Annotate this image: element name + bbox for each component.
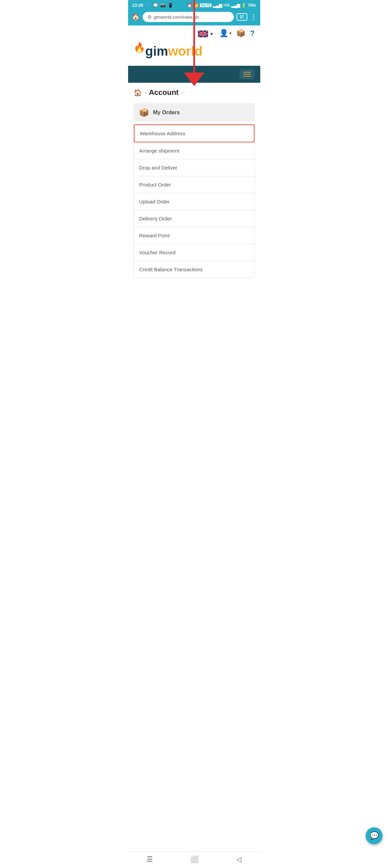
lang-chevron-icon: ▼ [209,32,214,37]
site-logo[interactable]: 🔥gimworld [134,40,255,62]
help-icon[interactable]: ? [250,29,254,38]
browser-home-icon[interactable]: 🏠 [131,13,140,21]
uk-flag-icon [198,31,208,37]
breadcrumb: 🏠 › Account › [134,88,255,97]
my-orders-box-icon: 📦 [139,108,149,117]
menu-item-voucher-record[interactable]: Voucher Record [134,244,254,261]
site-header: ▼ 👤 ▾ 📦 ? 🔥gimworld [128,25,260,66]
logo-world: world [168,44,202,58]
menu-item-arrange-shipment[interactable]: Arrange shipment [134,142,254,159]
status-bar: 13:26 🐦 💬 📷 📱 ⏰ 📶 VoLTE ▂▄▆ +5G ▂▄▆ 🔋 75… [128,0,260,10]
box-icon[interactable]: 📦 [236,29,245,38]
my-orders-label: My Orders [153,110,180,116]
messenger-icon: 💬 [153,3,158,8]
bluetooth-icon: 📶 [193,3,199,8]
menu-item-drop-and-deliver[interactable]: Drop and Deliver [134,159,254,176]
hamburger-line-1 [243,72,251,73]
volte-badge: VoLTE [200,3,211,7]
main-content: 🏠 › Account › 📦 My Orders Warehouse Addr… [128,83,260,283]
url-text: gimworld.com/index.ph [154,15,199,20]
facebook-icon: 🐦 [145,3,151,8]
battery-percent: 75% [248,3,256,8]
url-settings-icon: ⚙ [147,14,152,20]
tab-count[interactable]: 37 [237,13,247,21]
battery-icon: 🔋 [241,3,246,8]
user-chevron-icon: ▾ [229,31,231,36]
breadcrumb-right-arrow-icon: › [181,90,183,95]
hamburger-line-3 [243,76,251,77]
signal-bars: ▂▄▆ [213,3,222,8]
logo-gim: 🔥gim [134,44,168,58]
status-time: 13:26 [132,3,143,8]
menu-item-delivery-order[interactable]: Delivery Order [134,210,254,227]
menu-item-credit-balance[interactable]: Credit Balance Transactions [134,261,254,278]
url-bar[interactable]: ⚙ gimworld.com/index.ph [143,12,234,22]
instagram-icon: 📷 [160,3,166,8]
menu-item-product-order[interactable]: Product Order [134,176,254,193]
my-orders-section[interactable]: 📦 My Orders [134,103,255,122]
menu-item-warehouse-address[interactable]: Warehouse Address [134,124,254,142]
user-account-icon[interactable]: 👤 ▾ [219,29,231,38]
wechat-icon: 📱 [168,3,173,8]
alarm-icon: ⏰ [187,3,192,8]
breadcrumb-separator: › [145,90,146,95]
browser-bar: 🏠 ⚙ gimworld.com/index.ph 37 ⋮ [128,10,260,25]
header-icons: 👤 ▾ 📦 ? [219,29,254,38]
breadcrumb-current-page: Account [149,88,179,97]
language-selector[interactable]: ▼ [198,31,214,37]
hamburger-line-2 [243,74,251,75]
nav-bar [128,66,260,83]
5g-badge: +5G [223,3,230,7]
account-menu-list: Warehouse Address Arrange shipment Drop … [134,124,255,278]
browser-menu-dots[interactable]: ⋮ [250,13,257,21]
menu-item-reward-point[interactable]: Reward Point [134,227,254,244]
menu-item-upload-order[interactable]: Upload Order [134,193,254,210]
breadcrumb-home-icon[interactable]: 🏠 [134,88,142,97]
signal-bars-2: ▂▄▆ [231,3,240,8]
hamburger-menu-button[interactable] [239,69,255,79]
